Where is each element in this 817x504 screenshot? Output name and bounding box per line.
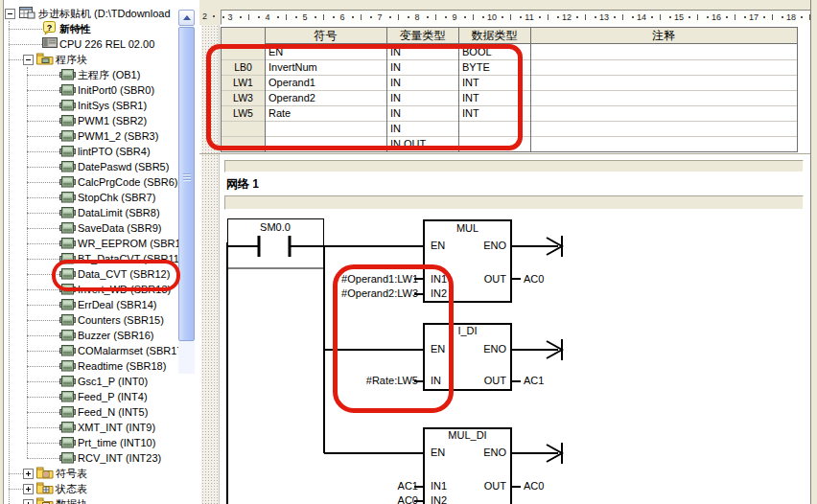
operand-field[interactable]: AC0 bbox=[307, 494, 418, 504]
operand-field[interactable]: AC1 bbox=[307, 480, 418, 493]
annotation-oval-tree bbox=[52, 260, 180, 291]
annotation-box-ladder bbox=[333, 264, 454, 413]
block-title[interactable]: MUL bbox=[424, 222, 511, 235]
app-window: 步进标贴机 (D:\TDdownload?新特性CPU 226 REL 02.0… bbox=[0, 0, 817, 504]
block-title[interactable]: MUL_DI bbox=[424, 429, 511, 442]
open-arrow-icon bbox=[511, 339, 562, 360]
operand-field[interactable]: AC0 bbox=[524, 273, 544, 286]
contact-icon[interactable] bbox=[259, 236, 290, 257]
pin-label-eno: ENO bbox=[424, 447, 506, 459]
scrollbar-grip-icon bbox=[183, 173, 191, 182]
contact-operand[interactable]: SM0.0 bbox=[227, 221, 323, 234]
pin-label-out: OUT bbox=[424, 480, 506, 493]
tree-scrollbar[interactable] bbox=[178, 10, 195, 374]
scrollbar-up-button[interactable] bbox=[178, 10, 195, 26]
pin-label-eno: ENO bbox=[424, 240, 506, 252]
window-right-edge bbox=[810, 0, 817, 504]
operand-field[interactable]: AC1 bbox=[524, 375, 544, 387]
up-arrow-icon bbox=[183, 15, 191, 20]
open-arrow-icon bbox=[511, 236, 562, 257]
open-arrow-icon bbox=[511, 443, 562, 464]
scrollbar-thumb[interactable] bbox=[178, 27, 195, 341]
annotation-box-table bbox=[206, 44, 523, 150]
pin-label-in2: IN2 bbox=[431, 494, 447, 504]
operand-field[interactable]: AC0 bbox=[524, 480, 544, 493]
